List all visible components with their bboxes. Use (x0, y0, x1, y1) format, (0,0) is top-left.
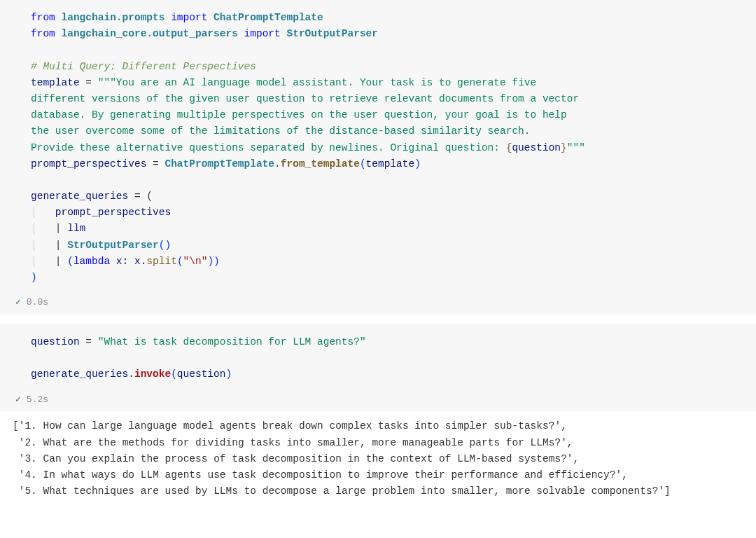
pipe-op: | (55, 256, 67, 267)
paren-close: ) (31, 272, 37, 283)
indent-guide: │ (31, 256, 55, 267)
op-eq: = (80, 336, 98, 347)
variable: question (31, 336, 80, 347)
brace-close: } (561, 142, 567, 153)
exec-time: 0.0s (27, 296, 48, 310)
paren: )) (207, 256, 219, 267)
string-body: database. By generating multiple perspec… (31, 109, 573, 120)
code-block[interactable]: from langchain.prompts import ChatPrompt… (0, 0, 756, 293)
op-eq: = (80, 77, 98, 88)
string-body: different versions of the given user que… (31, 93, 585, 104)
string-literal: "What is task decomposition for LLM agen… (98, 336, 366, 347)
check-icon: ✓ (15, 296, 21, 310)
variable: template (31, 77, 80, 88)
paren: ( (171, 368, 177, 380)
variable: generate_queries (31, 368, 128, 380)
arg: question (177, 368, 226, 380)
keyword-import: import (244, 28, 281, 39)
code-cell-1: from langchain.prompts import ChatPrompt… (0, 0, 756, 315)
string-body: Provide these alternative questions sepa… (31, 142, 506, 153)
placeholder-name: question (512, 142, 561, 153)
pipe-op: | (55, 240, 67, 251)
exec-status: ✓ 0.0s (0, 293, 756, 315)
keyword-from: from (31, 12, 55, 23)
output-line: '2. What are the methods for dividing ta… (13, 437, 573, 448)
paren: ( (360, 158, 366, 170)
indent-guide: │ (31, 240, 55, 251)
exec-time: 5.2s (27, 393, 48, 408)
paren: ( (177, 256, 183, 267)
check-icon: ✓ (15, 393, 21, 408)
cell-output: ['1. How can large language model agents… (0, 411, 756, 509)
output-line: '4. In what ways do LLM agents use task … (13, 469, 628, 481)
dot: . (274, 158, 281, 170)
module-path: langchain_core.output_parsers (62, 28, 238, 39)
output-line: '3. Can you explain the process of task … (13, 453, 579, 464)
output-line: '5. What techniques are used by LLMs to … (13, 485, 671, 497)
indent-guide: │ (31, 223, 55, 234)
code-block[interactable]: question = "What is task decomposition f… (0, 324, 756, 390)
paren: ) (225, 368, 232, 380)
op-eq-open: = ( (128, 191, 153, 202)
string-quote: """ (567, 142, 585, 153)
paren: () (159, 240, 171, 251)
code-cell-2: question = "What is task decomposition f… (0, 324, 756, 509)
string-literal: "\n" (183, 256, 208, 267)
dot: . (128, 368, 134, 380)
keyword-lambda: lambda (74, 256, 110, 267)
exec-status: ✓ 5.2s (0, 390, 756, 412)
pipe-item: prompt_perspectives (55, 207, 171, 218)
string-body: You are an AI language model assistant. … (116, 77, 542, 88)
string-quote: """ (98, 77, 116, 88)
comment: # Multi Query: Different Perspectives (31, 61, 256, 72)
pipe-op: | (55, 223, 67, 234)
output-line: ['1. How can large language model agents… (13, 420, 567, 432)
paren: ( (67, 256, 74, 267)
indent-guide: │ (31, 207, 55, 218)
string-body: the user overcome some of the limitation… (31, 125, 536, 137)
class-name: StrOutputParser (67, 240, 159, 251)
variable: prompt_perspectives (31, 158, 146, 170)
method-name: from_template (281, 158, 360, 170)
paren: ) (414, 158, 421, 170)
class-name: ChatPromptTemplate (214, 12, 323, 23)
op-eq: = (146, 158, 164, 170)
module-path: langchain.prompts (62, 12, 165, 23)
keyword-import: import (171, 12, 207, 23)
method-invoke: invoke (134, 368, 171, 380)
lambda-body: x: x. (110, 256, 146, 267)
class-name: StrOutputParser (286, 28, 378, 39)
pipe-item: llm (67, 223, 85, 234)
arg: template (366, 158, 415, 170)
method-split: split (146, 256, 177, 267)
class-name: ChatPromptTemplate (164, 158, 274, 170)
variable: generate_queries (31, 191, 128, 202)
keyword-from: from (31, 28, 55, 39)
